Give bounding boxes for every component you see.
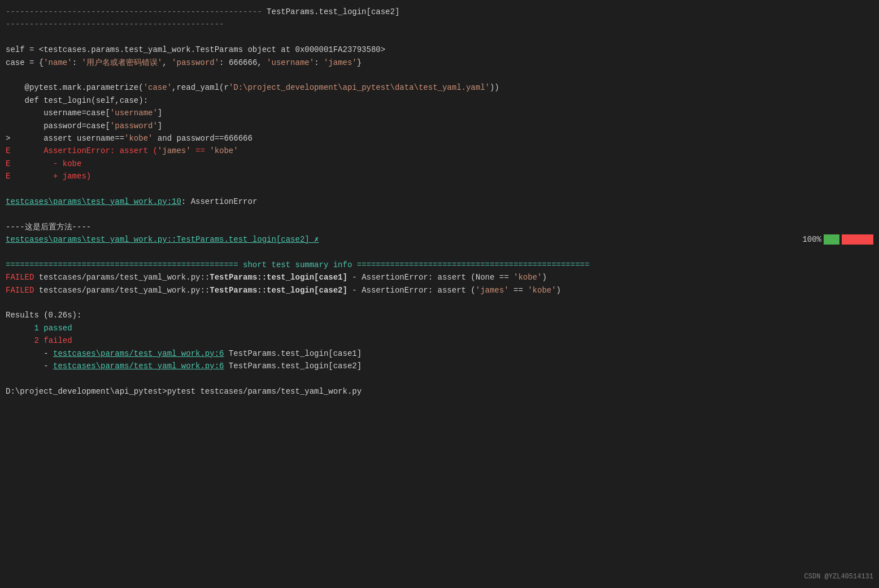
command-prompt: D:\project_development\api_pytest>pytest…: [0, 385, 879, 398]
percent-label: 100%: [802, 233, 821, 246]
blank-4: [0, 208, 879, 220]
failed-count: 2 failed: [0, 334, 879, 347]
error-james: E + james): [0, 170, 879, 182]
terminal-window: ----------------------------------------…: [0, 0, 879, 588]
teardown-label: ----这是后置方法----: [0, 221, 879, 233]
watermark: CSDN @YZL40514131: [804, 572, 873, 582]
code-line-1: @pytest.mark.parametrize('case',read_yam…: [0, 81, 879, 94]
results-line: Results (0.26s):: [0, 309, 879, 321]
failed-item-1: - testcases\params/test_yaml_work.py:6 T…: [0, 347, 879, 360]
error-assertion: E AssertionError: assert ('james' == 'ko…: [0, 145, 879, 157]
summary-separator: ========================================…: [0, 259, 879, 271]
failed-line-1: FAILED testcases/params/test_yaml_work.p…: [0, 271, 879, 284]
file-link-1[interactable]: testcases\params\test_yaml_work.py:10: A…: [0, 195, 879, 208]
blank-3: [0, 182, 879, 195]
blank-2: [0, 69, 879, 81]
separator-line-2: ----------------------------------------…: [0, 18, 879, 31]
separator-header: ----------------------------------------…: [0, 6, 879, 18]
self-line: self = <testcases.params.test_yaml_work.…: [0, 43, 879, 56]
progress-bar: 100%: [802, 233, 873, 246]
assert-line: > assert username=='kobe' and password==…: [0, 132, 879, 145]
blank-7: [0, 372, 879, 385]
blank-5: [0, 246, 879, 258]
bar-red: [842, 234, 873, 245]
progress-bar-row: testcases\params\test_yaml_work.py::Test…: [0, 233, 879, 246]
failed-item-2: - testcases\params/test_yaml_work.py:6 T…: [0, 360, 879, 372]
passed-count: 1 passed: [0, 322, 879, 334]
case-line: case = {'name': '用户名或者密码错误', 'password':…: [0, 56, 879, 69]
failed-line-2: FAILED testcases/params/test_yaml_work.p…: [0, 284, 879, 297]
bar-green: [824, 234, 839, 245]
code-line-3: username=case['username']: [0, 107, 879, 119]
error-kobe: E - kobe: [0, 158, 879, 170]
blank-1: [0, 31, 879, 43]
code-line-4: password=case['password']: [0, 120, 879, 132]
blank-6: [0, 297, 879, 309]
progress-file-link[interactable]: testcases\params\test_yaml_work.py::Test…: [6, 233, 319, 246]
code-line-2: def test_login(self,case):: [0, 94, 879, 107]
